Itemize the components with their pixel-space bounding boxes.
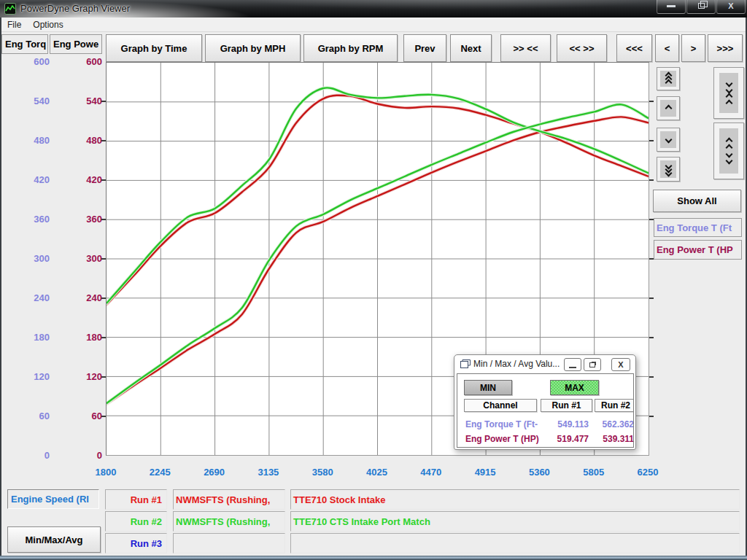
minmaxavg-button[interactable]: Min/Max/Avg [7,526,101,553]
menu-item-file[interactable]: File [1,18,27,32]
toolbar-button-[interactable]: < [655,34,679,62]
rpm-axis-tick-6250: 6250 [622,467,673,478]
right-axis-tick [649,140,654,141]
scroll-up-button[interactable] [657,96,680,120]
run-label-box-2[interactable]: Run #2 [105,511,167,532]
rpm-axis-tick-2245: 2245 [134,467,185,478]
power-axis-tab[interactable]: Eng Powe [50,34,102,54]
scale-expand-button[interactable] [713,122,744,179]
torque-axis-tick-120: 120 [15,371,50,382]
x-axis-channel-label: Engine Speed (RI [11,494,89,505]
torque-axis-tick-480: 480 [15,135,50,146]
minimize-icon [569,367,576,368]
title-bar[interactable]: PowerDyne Graph Viewer X [0,0,747,18]
side-channel-label-power: Eng Power T (HP [654,240,742,260]
toolbar-button-[interactable]: >> << [500,34,551,62]
min-toggle-button[interactable]: MIN [464,380,512,395]
menu-item-options[interactable]: Options [27,18,69,32]
chevron-up-icon [665,105,672,112]
minmax-run1-value-1: 519.477 [541,434,589,444]
run-description-box-2[interactable]: TTE710 CTS Intake Port Match [290,511,740,532]
chevron-down-icon [665,136,672,144]
torque-axis-tick-180: 180 [15,332,50,343]
rpm-axis-tick-4025: 4025 [352,467,403,478]
scale-contract-button-face [719,73,738,113]
power-axis-tick-60: 60 [67,411,102,421]
scroll-up-button-face [660,100,676,117]
chevron-up-icon [725,99,732,106]
toolbar-button-[interactable]: <<< [616,34,652,62]
right-axis-tick [649,337,654,338]
toolbar-button-[interactable]: << >> [557,34,607,62]
power-axis-tick-420: 420 [67,174,102,185]
right-axis-tick [649,416,654,417]
menu-bar: FileOptions [1,18,746,32]
minmax-table: MIN MAX ChannelRun #1Run #2 Eng Torque T… [457,373,634,448]
torque-axis-tick-420: 420 [15,174,50,185]
torque-axis-tab[interactable]: Eng Torq [1,34,48,54]
toolbar-button-graph-by-rpm[interactable]: Graph by RPM [303,34,398,62]
close-button[interactable]: X [716,0,746,14]
powerdyne-graph-viewer-window: PowerDyne Graph Viewer X FileOptions Eng… [0,0,747,560]
minmax-restore-button[interactable] [584,358,601,371]
torque-axis-tick-600: 600 [15,56,50,67]
minmax-close-button[interactable]: X [611,358,630,371]
minmax-window-title: Min / Max / Avg Valu... [473,359,560,369]
run-file-box-1[interactable]: NWMSFTS (Rushing, [173,489,285,510]
run-description-box-3[interactable] [290,533,740,553]
power-axis-tick-0: 0 [67,450,102,461]
run-file-box-3[interactable] [173,533,285,553]
torque-axis-tick-360: 360 [15,214,50,225]
right-axis-tick [649,101,654,102]
run-label-box-3[interactable]: Run #3 [105,533,167,553]
minmax-header-run-2[interactable]: Run #2 [595,399,634,412]
restore-button[interactable] [686,0,716,14]
scroll-down-fast-button[interactable] [657,157,680,182]
show-all-button[interactable]: Show All [653,190,741,212]
torque-axis-tick-540: 540 [15,96,50,106]
power-axis-tick-300: 300 [67,253,102,264]
scroll-down-button[interactable] [657,128,680,152]
minmax-run1-value-0: 549.113 [541,419,589,429]
restore-icon [589,362,595,368]
minimize-button[interactable] [657,0,686,14]
toolbar-button-[interactable]: >>> [708,34,743,62]
minmax-header-channel[interactable]: Channel [464,399,537,412]
toolbar-button-graph-by-time[interactable]: Graph by Time [106,34,202,62]
close-icon: X [728,1,733,10]
scroll-up-fast-button-face [660,71,676,87]
chevron-down-icon [725,158,732,165]
toolbar-button-next[interactable]: Next [450,34,492,62]
window-title: PowerDyne Graph Viewer [20,3,130,14]
right-axis-tick [649,376,654,378]
run-label-box-1[interactable]: Run #1 [105,489,167,510]
toolbar-button-prev[interactable]: Prev [403,34,446,62]
minmax-minimize-button[interactable] [564,358,581,371]
minmax-values-window[interactable]: Min / Max / Avg Valu... X MIN MAX Channe… [454,354,636,450]
run-description-box-1[interactable]: TTE710 Stock Intake [290,489,740,510]
window-bottom-edge [0,556,747,560]
minmax-window-icon [460,359,471,368]
run-file-box-2[interactable]: NWMSFTS (Rushing, [173,511,285,532]
power-axis-tick-540: 540 [67,96,102,106]
torque-axis-tick-0: 0 [15,450,50,461]
toolbar-button-graph-by-mph[interactable]: Graph by MPH [205,34,301,62]
minmax-channel-1: Eng Power T (HP) [465,434,539,444]
rpm-axis-tick-4915: 4915 [460,467,511,478]
x-axis-channel-box[interactable]: Engine Speed (RI [7,489,99,509]
power-axis-tick-240: 240 [67,292,102,303]
rpm-axis-tick-3135: 3135 [243,467,294,478]
scroll-up-fast-button[interactable] [657,67,680,90]
max-toggle-button[interactable]: MAX [550,380,599,395]
toolbar-button-[interactable]: > [681,34,705,62]
rpm-axis-tick-5805: 5805 [568,467,619,478]
side-channel-label-torque: Eng Torque T (Ft [654,218,742,237]
minmax-run2-value-0: 562.362 [595,419,634,429]
rpm-axis-tick-2690: 2690 [189,467,240,478]
minmax-run2-value-1: 539.311 [595,434,634,444]
power-axis-tick-600: 600 [67,56,102,67]
scale-contract-button[interactable] [713,67,744,119]
power-axis-tick-360: 360 [67,214,102,225]
restore-icon [698,3,705,9]
minmax-header-run-1[interactable]: Run #1 [541,399,592,412]
